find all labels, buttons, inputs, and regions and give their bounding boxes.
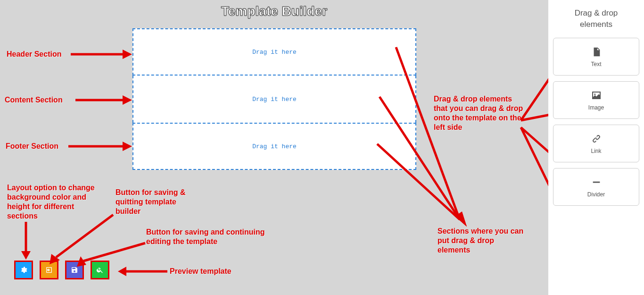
- annotation-header: Header Section: [7, 50, 61, 59]
- divider-icon: [590, 176, 603, 188]
- content-drop-zone[interactable]: Drag it here: [132, 76, 416, 123]
- footer-drop-zone[interactable]: Drag it here: [132, 123, 416, 170]
- palette-image-element[interactable]: Image: [553, 81, 639, 119]
- save-continue-button[interactable]: [65, 261, 84, 279]
- palette-label: Text: [591, 61, 601, 67]
- exit-icon: [45, 266, 53, 274]
- svg-marker-19: [455, 211, 467, 227]
- palette-divider-element[interactable]: Divider: [553, 168, 639, 206]
- palette-label: Link: [591, 148, 601, 154]
- save-quit-button[interactable]: [40, 261, 58, 279]
- preview-button[interactable]: [91, 261, 109, 279]
- link-icon: [590, 133, 603, 145]
- toolbar: [14, 261, 109, 279]
- elements-palette: Drag & drop elements Text Image Link Div…: [548, 0, 644, 295]
- svg-marker-1: [123, 50, 132, 59]
- palette-link-element[interactable]: Link: [553, 125, 639, 162]
- arrow-content: [75, 93, 132, 107]
- svg-marker-17: [455, 212, 467, 227]
- arrow-header: [71, 47, 132, 61]
- annotation-savequit: Button for saving & quitting template bu…: [116, 188, 200, 216]
- save-icon: [71, 266, 78, 274]
- layout-settings-button[interactable]: [14, 261, 33, 279]
- svg-marker-5: [123, 142, 132, 151]
- arrow-layout: [19, 222, 33, 260]
- palette-label: Image: [588, 104, 604, 111]
- annotation-layout: Layout option to change background color…: [7, 183, 99, 221]
- zoom-icon: [96, 266, 104, 274]
- arrow-preview: [118, 264, 167, 278]
- annotation-savecont: Button for saving and continuing editing…: [146, 228, 288, 246]
- svg-marker-7: [21, 251, 31, 260]
- svg-line-10: [83, 243, 145, 261]
- svg-marker-3: [123, 95, 132, 105]
- gear-icon: [20, 266, 27, 274]
- header-drop-zone[interactable]: Drag it here: [132, 28, 416, 76]
- svg-line-8: [56, 215, 113, 257]
- palette-label: Divider: [587, 191, 605, 198]
- annotation-content: Content Section: [5, 95, 63, 105]
- svg-marker-15: [455, 212, 467, 227]
- image-icon: [590, 89, 603, 101]
- page-title: Template Builder: [0, 4, 548, 19]
- arrow-footer: [68, 139, 132, 153]
- template-canvas: Drag it here Drag it here Drag it here: [132, 28, 416, 170]
- palette-text-element[interactable]: Text: [553, 38, 639, 76]
- palette-title: Drag & drop elements: [553, 5, 639, 38]
- annotation-sections-desc: Sections where you can put drag & drop e…: [438, 227, 527, 255]
- annotation-preview: Preview template: [170, 267, 231, 276]
- document-icon: [590, 46, 603, 58]
- svg-rect-28: [593, 181, 600, 183]
- annotation-dd-desc: Drag & drop elements that you can drag &…: [434, 94, 523, 132]
- svg-marker-13: [118, 267, 126, 276]
- annotation-footer: Footer Section: [6, 142, 58, 151]
